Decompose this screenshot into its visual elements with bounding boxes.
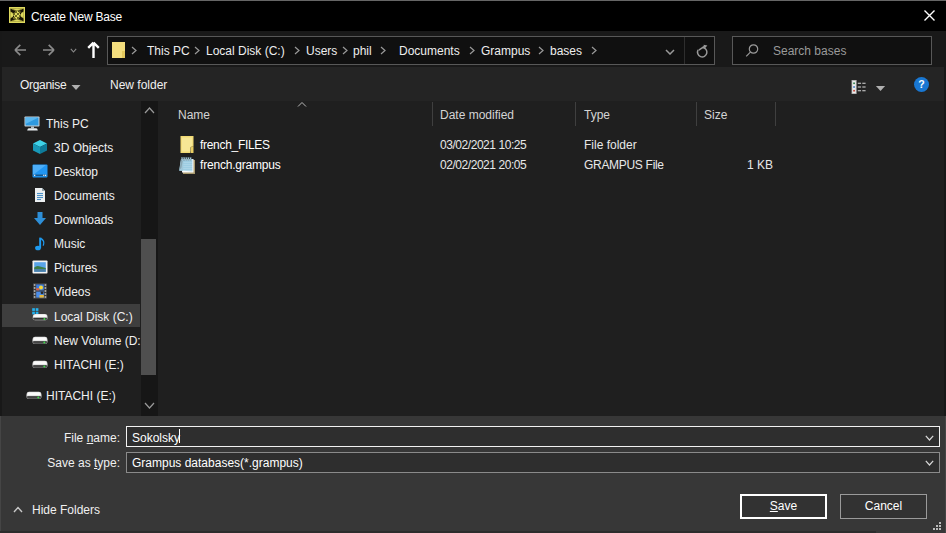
svg-text:?: ? [918,78,924,90]
